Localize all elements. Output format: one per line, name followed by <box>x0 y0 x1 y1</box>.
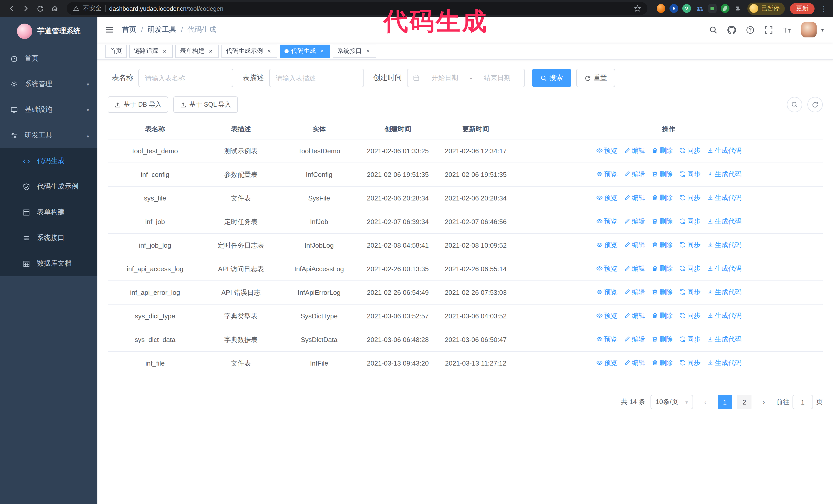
delete-link[interactable]: 删除 <box>651 357 673 368</box>
close-icon[interactable]: × <box>364 47 372 55</box>
preview-link[interactable]: 预览 <box>596 216 617 226</box>
fox-extension-icon[interactable] <box>657 4 665 13</box>
bookmark-star-icon[interactable] <box>634 5 641 12</box>
preview-link[interactable]: 预览 <box>596 287 617 297</box>
sync-link[interactable]: 同步 <box>679 239 700 250</box>
delete-link[interactable]: 删除 <box>651 287 673 297</box>
edit-link[interactable]: 编辑 <box>624 287 645 297</box>
delete-link[interactable]: 删除 <box>651 334 673 344</box>
date-range-picker[interactable]: 开始日期 - 结束日期 <box>407 69 525 87</box>
generate-code-link[interactable]: 生成代码 <box>707 310 741 321</box>
reset-button[interactable]: 重置 <box>576 69 615 87</box>
close-icon[interactable]: × <box>207 47 214 55</box>
delete-link[interactable]: 删除 <box>651 216 673 226</box>
generate-code-link[interactable]: 生成代码 <box>707 357 741 368</box>
sidebar-item-system[interactable]: 系统管理 ▾ <box>0 71 97 97</box>
address-bar[interactable]: 不安全 dashboard.yudao.iocoder.cn/tool/code… <box>67 2 647 15</box>
browser-profile-chip[interactable]: 已暂停 <box>747 2 785 15</box>
leaf-extension-icon[interactable] <box>721 4 730 13</box>
tags-view-item[interactable]: 表单构建× <box>175 44 219 58</box>
preview-link[interactable]: 预览 <box>596 334 617 344</box>
users-extension-icon[interactable] <box>695 4 704 13</box>
generate-code-link[interactable]: 生成代码 <box>707 145 741 156</box>
prev-page-button[interactable]: ‹ <box>698 395 713 409</box>
browser-update-button[interactable]: 更新 <box>790 3 814 14</box>
edit-link[interactable]: 编辑 <box>624 357 645 368</box>
sync-link[interactable]: 同步 <box>679 287 700 297</box>
sidebar-item-form-builder[interactable]: 表单构建 <box>0 199 97 225</box>
back-icon[interactable] <box>5 2 18 15</box>
tags-view-item[interactable]: 链路追踪× <box>129 44 173 58</box>
refresh-table-button[interactable] <box>807 97 823 112</box>
sidebar-item-db-doc[interactable]: 数据库文档 <box>0 251 97 277</box>
preview-link[interactable]: 预览 <box>596 310 617 321</box>
preview-link[interactable]: 预览 <box>596 145 617 156</box>
home-icon[interactable] <box>48 2 61 15</box>
generate-code-link[interactable]: 生成代码 <box>707 263 741 274</box>
page-button-2[interactable]: 2 <box>737 395 752 409</box>
search-icon[interactable] <box>709 25 718 34</box>
sync-link[interactable]: 同步 <box>679 169 700 179</box>
fullscreen-icon[interactable] <box>764 25 773 34</box>
github-icon[interactable] <box>728 25 736 34</box>
table-name-input[interactable] <box>138 69 233 87</box>
breadcrumb-home[interactable]: 首页 <box>122 25 136 34</box>
security-label[interactable]: 不安全 <box>83 4 101 13</box>
help-icon[interactable] <box>746 25 755 34</box>
puzzle-icon[interactable] <box>734 4 742 13</box>
preview-link[interactable]: 预览 <box>596 239 617 250</box>
generate-code-link[interactable]: 生成代码 <box>707 169 741 179</box>
sync-link[interactable]: 同步 <box>679 192 700 203</box>
user-avatar[interactable] <box>801 22 816 38</box>
delete-link[interactable]: 删除 <box>651 263 673 274</box>
delete-link[interactable]: 删除 <box>651 239 673 250</box>
vue-devtools-extension-icon[interactable]: V <box>682 4 691 13</box>
delete-link[interactable]: 删除 <box>651 169 673 179</box>
tags-view-item[interactable]: 代码生成示例× <box>221 44 277 58</box>
sidebar-item-codegen-example[interactable]: 代码生成示例 <box>0 174 97 199</box>
edit-link[interactable]: 编辑 <box>624 239 645 250</box>
sidebar-item-api[interactable]: 系统接口 <box>0 225 97 251</box>
generate-code-link[interactable]: 生成代码 <box>707 287 741 297</box>
close-icon[interactable]: × <box>318 47 326 55</box>
sidebar-item-home[interactable]: 首页 <box>0 46 97 71</box>
drop-extension-icon[interactable] <box>669 4 678 13</box>
sidebar-item-devtools[interactable]: 研发工具 ▴ <box>0 123 97 148</box>
goto-page-input[interactable] <box>792 395 813 409</box>
edit-link[interactable]: 编辑 <box>624 334 645 344</box>
delete-link[interactable]: 删除 <box>651 192 673 203</box>
close-icon[interactable]: × <box>161 47 168 55</box>
import-db-button[interactable]: 基于 DB 导入 <box>108 96 168 113</box>
sidebar-item-infra[interactable]: 基础设施 ▾ <box>0 97 97 123</box>
table-desc-input[interactable] <box>269 69 364 87</box>
sync-link[interactable]: 同步 <box>679 263 700 274</box>
reload-icon[interactable] <box>34 2 46 15</box>
edit-link[interactable]: 编辑 <box>624 216 645 226</box>
hamburger-icon[interactable] <box>97 17 122 43</box>
sync-link[interactable]: 同步 <box>679 334 700 344</box>
generate-code-link[interactable]: 生成代码 <box>707 216 741 226</box>
sync-link[interactable]: 同步 <box>679 145 700 156</box>
sync-link[interactable]: 同步 <box>679 357 700 368</box>
close-icon[interactable]: × <box>265 47 273 55</box>
page-button-1[interactable]: 1 <box>718 395 732 409</box>
tags-view-item[interactable]: 首页 <box>105 44 127 58</box>
toggle-search-button[interactable] <box>787 97 802 112</box>
delete-link[interactable]: 删除 <box>651 310 673 321</box>
edit-link[interactable]: 编辑 <box>624 169 645 179</box>
page-size-select[interactable]: 10条/页 ▾ <box>650 395 693 409</box>
generate-code-link[interactable]: 生成代码 <box>707 192 741 203</box>
breadcrumb-section[interactable]: 研发工具 <box>148 25 176 34</box>
preview-link[interactable]: 预览 <box>596 192 617 203</box>
delete-link[interactable]: 删除 <box>651 145 673 156</box>
forward-icon[interactable] <box>20 2 32 15</box>
app-logo[interactable]: 芋道管理系统 <box>0 17 97 46</box>
preview-link[interactable]: 预览 <box>596 357 617 368</box>
edit-link[interactable]: 编辑 <box>624 145 645 156</box>
edit-link[interactable]: 编辑 <box>624 192 645 203</box>
tags-view-item[interactable]: 系统接口× <box>333 44 376 58</box>
chevron-down-icon[interactable]: ▾ <box>821 27 824 32</box>
edit-link[interactable]: 编辑 <box>624 310 645 321</box>
generate-code-link[interactable]: 生成代码 <box>707 239 741 250</box>
tags-view-item[interactable]: 代码生成× <box>280 44 330 58</box>
